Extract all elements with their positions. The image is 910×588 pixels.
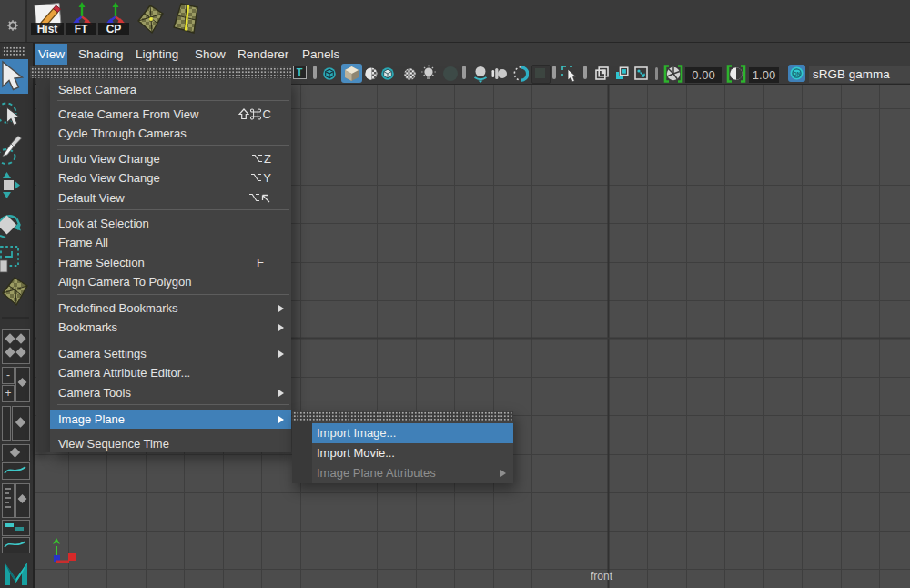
svg-text:ON: ON (793, 71, 800, 76)
